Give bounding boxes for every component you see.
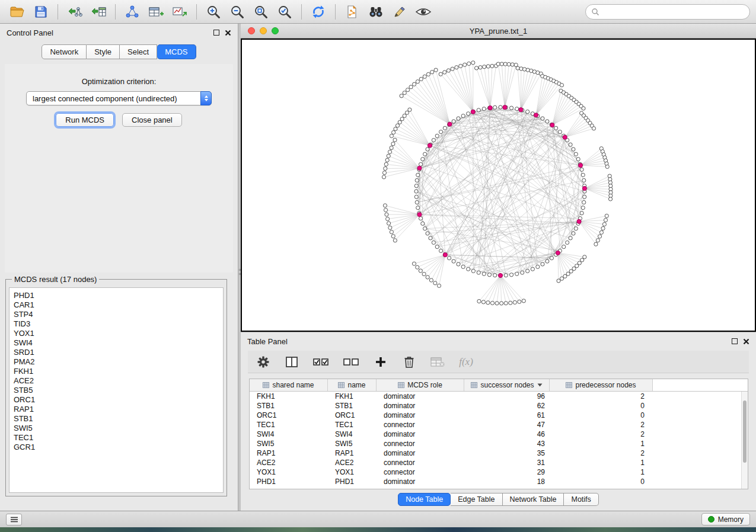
network-window-title: YPA_prune.txt_1 <box>241 27 756 36</box>
cell-predecessor-nodes: 1 <box>550 439 653 448</box>
float-panel-icon[interactable] <box>732 338 738 344</box>
memory-button[interactable]: Memory <box>701 513 750 525</box>
new-table-button[interactable] <box>145 2 167 21</box>
column-header-predecessor-nodes[interactable]: predecessor nodes <box>550 379 653 391</box>
table-row[interactable]: RAP1 RAP1 dominator 35 2 <box>250 448 741 458</box>
select-all-button[interactable] <box>313 354 329 370</box>
show-columns-button[interactable] <box>285 354 299 370</box>
mcds-result-group: MCDS result (17 nodes) PHD1 CAR1 STP4 TI… <box>5 275 227 496</box>
column-header-mcds-role[interactable]: MCDS role <box>377 379 464 391</box>
mcds-result-item[interactable]: YOX1 <box>14 329 223 338</box>
table-row[interactable]: ORC1 ORC1 dominator 61 0 <box>250 411 741 420</box>
table-row[interactable]: ACE2 ACE2 connector 31 1 <box>250 458 741 467</box>
mcds-result-item[interactable]: STP4 <box>14 310 223 319</box>
close-panel-button[interactable]: Close panel <box>122 113 182 127</box>
share-network-button[interactable] <box>341 2 363 21</box>
zoom-out-button[interactable] <box>226 2 248 21</box>
column-header-shared-name[interactable]: shared name <box>250 379 328 391</box>
mcds-result-item[interactable]: TID3 <box>14 319 223 329</box>
mcds-result-item[interactable]: TEC1 <box>14 433 223 443</box>
mcds-result-item[interactable]: FKH1 <box>14 367 223 376</box>
tab-style[interactable]: Style <box>87 44 120 59</box>
cell-mcds-role: dominator <box>377 477 464 486</box>
mcds-result-item[interactable]: PHD1 <box>14 291 223 300</box>
cell-name: STB1 <box>328 401 377 411</box>
zoom-in-button[interactable] <box>202 2 225 21</box>
deselect-all-button[interactable] <box>343 354 359 370</box>
status-menu-button[interactable] <box>6 514 22 525</box>
mcds-result-item[interactable]: PMA2 <box>14 357 223 367</box>
find-button[interactable] <box>365 2 387 21</box>
window-minimize-traffic-icon[interactable] <box>260 27 267 34</box>
import-table-button[interactable] <box>87 2 110 21</box>
columns-icon <box>285 356 298 368</box>
table-row[interactable]: SWI5 SWI5 connector 43 1 <box>250 439 741 448</box>
mcds-result-item[interactable]: SWI4 <box>14 338 223 348</box>
network-view[interactable] <box>241 39 756 332</box>
network-window-titlebar[interactable]: YPA_prune.txt_1 <box>241 24 756 39</box>
window-close-traffic-icon[interactable] <box>248 27 255 34</box>
add-column-button[interactable] <box>374 354 388 370</box>
mcds-result-item[interactable]: ACE2 <box>14 376 223 386</box>
mcds-result-item[interactable]: STB1 <box>14 414 223 424</box>
show-hide-button[interactable] <box>412 2 435 21</box>
memory-status-icon <box>708 516 714 523</box>
tab-edge-table[interactable]: Edge Table <box>451 493 502 506</box>
export-image-icon <box>172 5 188 18</box>
import-network-icon <box>67 5 82 18</box>
mcds-result-item[interactable]: SWI5 <box>14 424 223 433</box>
new-network-icon <box>125 5 139 18</box>
tab-mcds[interactable]: MCDS <box>157 44 196 59</box>
delete-column-button[interactable] <box>402 354 416 370</box>
mcds-result-item[interactable]: RAP1 <box>14 405 223 414</box>
tab-node-table[interactable]: Node Table <box>398 493 451 506</box>
zoom-selected-button[interactable] <box>273 2 296 21</box>
mcds-result-item[interactable]: CAR1 <box>14 300 223 310</box>
mcds-result-item[interactable]: ORC1 <box>14 395 223 405</box>
dropdown-selected-value: largest connected component (undirected) <box>33 94 177 103</box>
window-zoom-traffic-icon[interactable] <box>272 27 279 34</box>
new-network-button[interactable] <box>121 2 143 21</box>
optimization-criterion-dropdown[interactable]: largest connected component (undirected) <box>26 91 212 105</box>
mcds-result-item[interactable]: SRD1 <box>14 348 223 357</box>
style-button[interactable] <box>388 2 411 21</box>
cell-predecessor-nodes: 0 <box>550 401 653 411</box>
save-button[interactable] <box>30 2 52 21</box>
tab-network[interactable]: Network <box>42 44 87 59</box>
float-panel-icon[interactable] <box>213 30 219 36</box>
mcds-result-list[interactable]: PHD1 CAR1 STP4 TID3 YOX1 SWI4 SRD1 PMA2 … <box>9 287 224 493</box>
open-file-button[interactable] <box>6 2 28 21</box>
refresh-icon <box>311 4 326 20</box>
search-input[interactable] <box>602 8 744 16</box>
mcds-result-item[interactable]: GCR1 <box>14 443 223 452</box>
tab-network-table[interactable]: Network Table <box>503 493 564 506</box>
table-panel-header: Table Panel <box>241 332 756 350</box>
import-network-button[interactable] <box>63 2 86 21</box>
table-row[interactable]: PHD1 PHD1 dominator 18 0 <box>250 477 741 486</box>
zoom-fit-button[interactable] <box>250 2 272 21</box>
table-row[interactable]: SWI4 SWI4 dominator 46 2 <box>250 430 741 439</box>
memory-label: Memory <box>718 515 744 524</box>
table-scrollbar[interactable] <box>741 392 748 489</box>
tab-select[interactable]: Select <box>120 44 157 59</box>
global-search-field[interactable] <box>585 4 750 20</box>
run-mcds-button[interactable]: Run MCDS <box>56 113 114 127</box>
table-row[interactable]: STB1 STB1 dominator 62 0 <box>250 401 741 411</box>
close-panel-icon[interactable] <box>225 30 231 36</box>
table-row[interactable]: FKH1 FKH1 dominator 96 2 <box>250 392 741 401</box>
deselect-all-icon <box>343 357 359 367</box>
close-panel-icon[interactable] <box>743 338 749 345</box>
panel-splitter-handle[interactable] <box>238 265 241 279</box>
tab-motifs[interactable]: Motifs <box>564 493 598 506</box>
export-image-button[interactable] <box>168 2 191 21</box>
refresh-button[interactable] <box>307 2 330 21</box>
mcds-result-item[interactable]: STB5 <box>14 386 223 395</box>
binoculars-icon <box>368 5 384 18</box>
table-scrollbar-thumb[interactable] <box>743 400 747 463</box>
table-settings-button[interactable] <box>256 354 270 370</box>
column-header-successor-nodes[interactable]: successor nodes <box>464 379 550 391</box>
column-header-name[interactable]: name <box>328 379 377 391</box>
network-canvas[interactable] <box>242 40 755 331</box>
table-row[interactable]: TEC1 TEC1 connector 47 2 <box>250 420 741 430</box>
table-row[interactable]: YOX1 YOX1 connector 29 1 <box>250 467 741 477</box>
